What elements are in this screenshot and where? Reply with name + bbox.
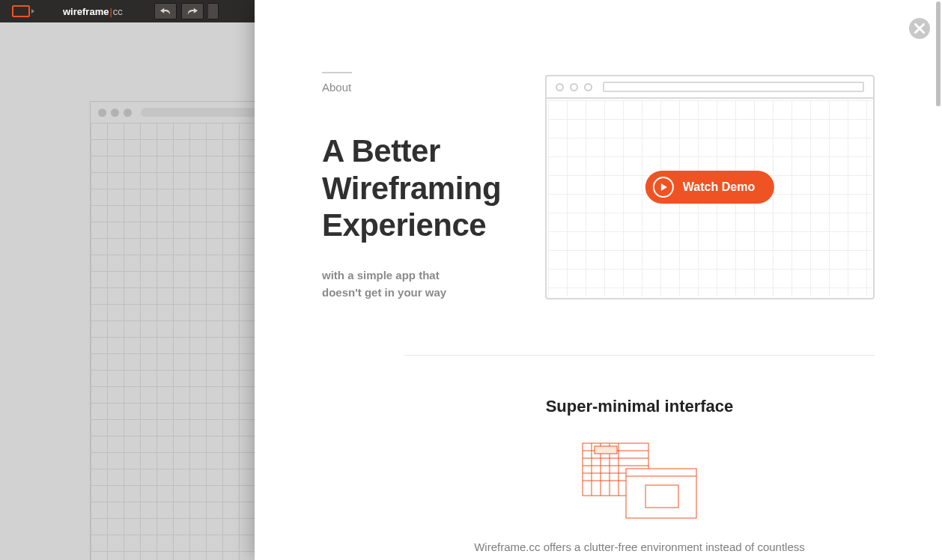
close-icon — [914, 23, 925, 34]
undo-icon — [160, 7, 171, 15]
history-buttons — [144, 0, 219, 22]
app-logo[interactable]: wireframe|cc — [42, 0, 144, 22]
logo-text-suffix: cc — [113, 6, 123, 17]
redo-button[interactable] — [181, 3, 204, 19]
hero-subtext: with a simple app that doesn't get in yo… — [322, 267, 464, 302]
kicker-label: About — [322, 81, 539, 94]
traffic-light-dot — [111, 109, 119, 117]
feature-illustration — [580, 440, 699, 523]
preview-browser-chrome — [547, 76, 873, 99]
demo-preview: Watch Demo — [545, 75, 875, 299]
hero-section: About A Better Wireframing Experience wi… — [322, 72, 539, 301]
traffic-light-dot — [124, 109, 132, 117]
feature-title: Super-minimal interface — [404, 397, 875, 416]
feature-section: Super-minimal interface — [404, 397, 875, 553]
device-picker[interactable] — [0, 0, 42, 22]
browser-device-icon — [12, 5, 30, 17]
traffic-light-icon — [570, 83, 578, 91]
watch-demo-button[interactable]: Watch Demo — [645, 171, 774, 204]
logo-text-main: wireframe — [63, 6, 109, 17]
watch-demo-label: Watch Demo — [683, 180, 755, 194]
feature-body: Wireframe.cc offers a clutter-free envir… — [445, 541, 834, 553]
play-icon — [653, 177, 674, 198]
traffic-light-icon — [584, 83, 592, 91]
undo-button[interactable] — [154, 3, 177, 19]
kicker-rule — [322, 72, 352, 73]
scrollbar-thumb[interactable] — [936, 1, 941, 106]
extra-toolbar-button[interactable] — [208, 3, 219, 19]
traffic-light-dot — [98, 109, 106, 117]
modal-scrollbar[interactable] — [935, 0, 942, 560]
svg-rect-10 — [595, 446, 617, 454]
hero-headline: A Better Wireframing Experience — [322, 133, 539, 244]
about-modal: About A Better Wireframing Experience wi… — [255, 0, 942, 560]
url-bar-icon — [603, 82, 864, 92]
section-divider — [404, 355, 875, 356]
redo-icon — [187, 7, 198, 15]
traffic-light-icon — [556, 83, 564, 91]
close-button[interactable] — [909, 18, 930, 39]
